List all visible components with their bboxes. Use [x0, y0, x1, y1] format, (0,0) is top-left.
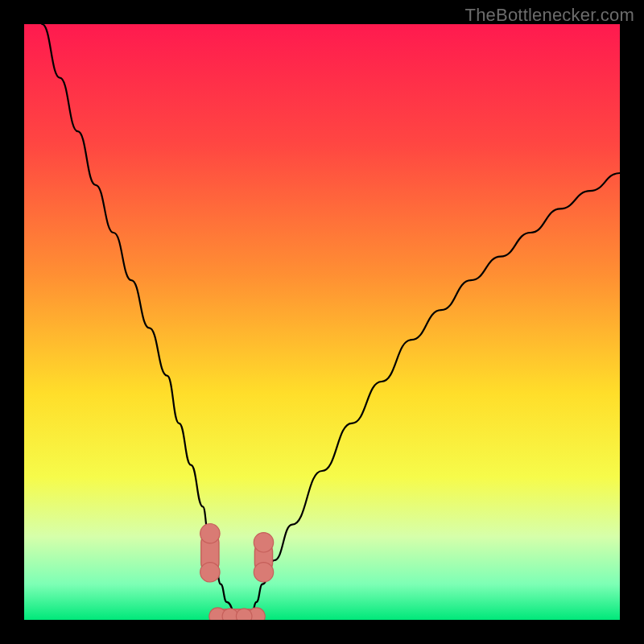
gradient-rect: [24, 24, 620, 620]
left-load-bar-cap-bot: [200, 563, 220, 582]
flat-bottom-dot-b: [236, 609, 252, 620]
right-load-bar-cap-bot: [254, 563, 273, 582]
left-load-bar-cap-top: [200, 523, 220, 543]
chart-frame: [24, 24, 620, 620]
bottleneck-chart: [24, 24, 620, 620]
flat-bottom-dot-a: [222, 609, 238, 620]
right-load-bar-cap-top: [254, 533, 273, 552]
watermark-text: TheBottlenecker.com: [465, 5, 634, 26]
